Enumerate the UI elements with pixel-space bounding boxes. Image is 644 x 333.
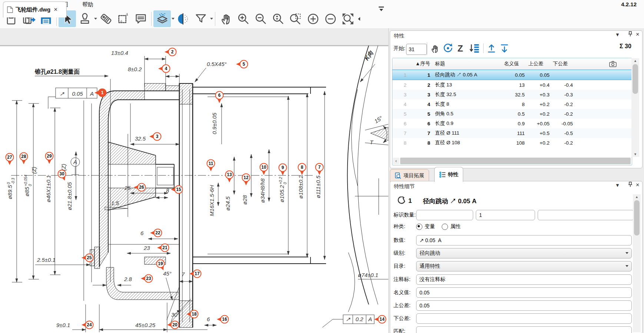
lower-tolerance-input[interactable] [416,313,632,324]
tag-tool-button[interactable] [97,10,114,27]
balloon-22: 22 [150,229,162,237]
stamp-tool-button[interactable] [76,10,93,27]
svg-text:0.5X45°: 0.5X45° [207,61,227,67]
col-title: 标题 [430,60,500,67]
radio-attribute-label[interactable]: 属性 [450,223,461,230]
toolbar-separator [215,12,215,26]
snapshot-icon[interactable] [609,61,617,67]
panel-close-icon[interactable]: × [636,31,639,38]
balloon-24: 24 [82,321,93,329]
pick-hand-icon[interactable] [430,43,439,53]
table-hscrollbar[interactable] [400,158,631,164]
balloon-16: 16 [217,316,229,323]
svg-text:ø105.2: ø105.2 [279,185,285,202]
balloon-2: 2 [165,48,176,56]
match-input[interactable] [416,326,632,333]
id-qty-input-1[interactable] [416,210,473,220]
zoom-out-button[interactable] [252,10,269,27]
move-top-icon[interactable] [487,43,497,53]
table-row[interactable]: 55倒角 0.50.5+0.2-0.2 [392,109,632,119]
svg-text:15°: 15° [373,115,384,124]
table-row[interactable]: 11径向跳动 ↗ 0.05 A0.050.05 [392,70,632,80]
value-input[interactable] [416,235,632,245]
start-input[interactable] [406,44,427,55]
vscroll-thumb[interactable] [633,64,638,94]
z-order-icon[interactable]: Z [457,43,466,53]
radio-attribute[interactable] [442,224,448,230]
balloon-23: 23 [141,275,153,283]
nominal-input[interactable] [416,287,632,298]
id-qty-label: 标识数量: [394,212,416,218]
sort-list-icon[interactable] [469,43,480,53]
increase-button[interactable] [304,10,322,27]
table-row[interactable]: 77直径 Ø 111111+0.5-0.5 [392,128,632,138]
radio-variable-label[interactable]: 变量 [425,223,435,230]
scroll-up-icon[interactable]: ▲ [631,58,639,63]
rotate-icon[interactable] [443,43,453,53]
upper-tolerance-input[interactable] [416,300,632,311]
zoom-in-button[interactable] [235,10,252,27]
details-vscroll-thumb[interactable] [634,200,640,235]
catalog-select[interactable]: 通用特性 [416,261,632,271]
tab-list-icon[interactable] [377,5,385,13]
compare-view-button[interactable] [175,10,192,27]
dock-divider [388,28,389,333]
move-bottom-icon[interactable] [500,43,509,53]
menu-help[interactable]: 帮助 [82,1,93,8]
tab-characteristics[interactable]: 特性 [434,167,463,182]
scroll-left-button[interactable]: ‹ [393,158,399,164]
table-header[interactable]: ▲序号 标题 名义值 上公差 下公差 [392,58,632,70]
level-label: 级别: [394,250,416,257]
tag-icon [100,14,111,24]
comment-button[interactable] [132,10,149,27]
scroll-down-icon[interactable]: ▼ [631,152,639,157]
id-qty-input-3[interactable] [538,210,634,220]
balloon-30: 30 [58,170,66,181]
svg-text:30°: 30° [171,311,180,318]
capture-region-button[interactable]: A1 [114,10,132,27]
panel-pin-icon[interactable] [628,31,633,38]
layers-dropdown-arrow[interactable] [172,18,175,20]
layers-button[interactable] [153,10,171,27]
details-pin-icon[interactable] [628,182,633,189]
panel-menu-chevron-icon[interactable]: ▼ [615,32,620,37]
filter-button[interactable] [192,10,209,27]
table-row[interactable]: 44长度 88+0.2-0.2 [392,99,632,109]
filter-dropdown-arrow[interactable] [210,18,213,20]
start-label: 开始: [394,45,405,52]
scroll-up-icon[interactable]: ▲ [633,194,641,200]
tab-project-expand[interactable]: 项目拓展 [390,169,429,182]
radio-variable[interactable] [416,224,422,230]
zoom-vertical-button[interactable] [269,10,287,27]
table-row[interactable]: 33长度 32.532.5+0.3-0.3 [392,90,632,99]
table-row[interactable]: 22长度 1313+0.4-0.4 [392,80,632,90]
details-close-icon[interactable]: × [636,182,639,188]
tab-close-icon[interactable]: × [54,6,57,13]
level-select[interactable]: 径向跳动 [416,248,632,258]
note-input[interactable] [416,274,632,285]
id-qty-input-2[interactable] [476,210,535,220]
total-count: Σ 30 [620,43,631,50]
zoom-window-button[interactable] [287,10,304,27]
table-row[interactable]: 66长度 0.90.9+0.05-0.05 [392,119,632,128]
table-vscrollbar[interactable]: ▲ ▼ [631,58,639,157]
svg-text:0.9±0.05: 0.9±0.05 [211,112,218,134]
zoom-extents-button[interactable] [339,10,356,27]
details-vscrollbar[interactable]: ▲ [633,194,641,332]
pan-hand-button[interactable] [217,10,235,27]
chevron-down-icon [625,265,628,267]
table-row[interactable]: 88直径 Ø 108108+0.2-0.2 [392,138,632,148]
document-tab[interactable]: 飞轮组件.dwg × [3,1,67,17]
document-icon [7,6,13,13]
stamp-dropdown-arrow[interactable] [94,18,97,20]
svg-text:25: 25 [87,255,92,260]
drawing-canvas[interactable]: 锥孔ø21.8测量面 ↗ 0.05 A 13±0.4 8±0.2 0.5X4 [0,45,388,333]
decrease-button[interactable] [322,10,339,27]
svg-text:↗: ↗ [346,316,351,322]
balloon-6: 6 [216,92,223,103]
details-menu-chevron-icon[interactable]: ▼ [615,182,620,188]
toolbar-collapse-arrow[interactable] [358,17,360,21]
characteristics-list-icon [439,171,446,178]
field-lower-tolerance: 下公差: [394,313,632,324]
field-match: 匹配: [394,326,632,333]
